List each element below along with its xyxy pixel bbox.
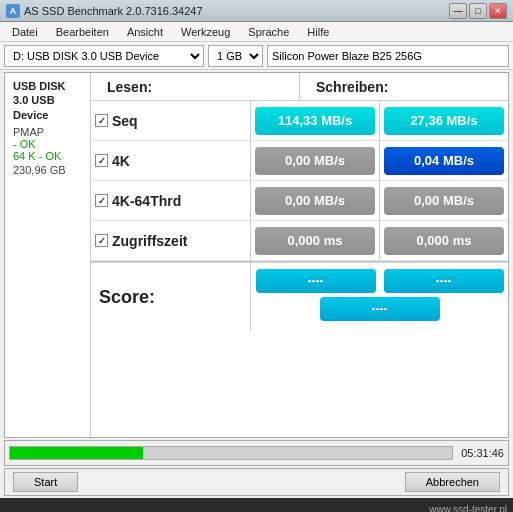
table-row: ✓ Zugriffszeit 0,000 ms 0,000 ms [91, 221, 508, 261]
4k-write-cell: 0,04 MB/s [380, 141, 508, 180]
4k-values: 0,00 MB/s 0,04 MB/s [251, 141, 508, 180]
access-write-value: 0,000 ms [384, 227, 504, 255]
score-row-top: ---- ---- [256, 269, 504, 293]
progress-section: 05:31:46 [4, 440, 509, 466]
main-panel: USB DISK 3.0 USB Device PMAP - OK 64 K -… [4, 72, 509, 438]
device-name-line2: Device [13, 108, 82, 122]
seq-values: 114,33 MB/s 27,36 MB/s [251, 101, 508, 140]
bench-header: Lesen: Schreiben: [91, 73, 508, 101]
score-section: Score: ---- ---- ---- [91, 261, 508, 331]
menu-item-datei[interactable]: Datei [4, 24, 46, 40]
drive-select[interactable]: D: USB DISK 3.0 USB Device [4, 45, 204, 67]
4k64-write-value: 0,00 MB/s [384, 187, 504, 215]
seq-checkbox[interactable]: ✓ [95, 114, 108, 127]
4k64-write-cell: 0,00 MB/s [380, 181, 508, 220]
seq-write-cell: 27,36 MB/s [380, 101, 508, 140]
progress-bar-bg [9, 446, 453, 460]
access-values: 0,000 ms 0,000 ms [251, 221, 508, 260]
access-read-cell: 0,000 ms [251, 221, 380, 260]
device-name-line1: USB DISK 3.0 USB [13, 79, 82, 108]
4k64-label-area: ✓ 4K-64Thrd [91, 181, 251, 220]
status-ok2: 64 K - OK [13, 150, 82, 162]
menu-item-bearbeiten[interactable]: Bearbeiten [48, 24, 117, 40]
access-label-area: ✓ Zugriffszeit [91, 221, 251, 260]
seq-read-value: 114,33 MB/s [255, 107, 375, 135]
watermark: www.ssd-tester.pl [0, 498, 513, 512]
score-label-area: Score: [91, 263, 251, 331]
4k64-values: 0,00 MB/s 0,00 MB/s [251, 181, 508, 220]
app-icon: A [6, 4, 20, 18]
title-bar: A AS SSD Benchmark 2.0.7316.34247 — □ ✕ [0, 0, 513, 22]
menu-bar: DateiBearbeitenAnsichtWerkzeugSpracheHil… [0, 22, 513, 42]
window-controls[interactable]: — □ ✕ [449, 3, 507, 19]
write-header: Schreiben: [300, 73, 508, 101]
watermark-text: www.ssd-tester.pl [429, 504, 507, 513]
4k64-label: 4K-64Thrd [112, 193, 181, 209]
pmap-label: PMAP [13, 126, 82, 138]
4k-checkbox[interactable]: ✓ [95, 154, 108, 167]
score-row-bottom: ---- [320, 297, 440, 321]
progress-bar-fill [10, 447, 143, 459]
4k-label: 4K [112, 153, 130, 169]
access-checkbox[interactable]: ✓ [95, 234, 108, 247]
access-label: Zugriffszeit [112, 233, 187, 249]
size-select[interactable]: 1 GB [208, 45, 263, 67]
score-read-box: ---- [256, 269, 376, 293]
bench-rows: ✓ Seq 114,33 MB/s 27,36 MB/s ✓ 4K [91, 101, 508, 437]
score-values: ---- ---- ---- [251, 263, 508, 331]
4k-write-value: 0,04 MB/s [384, 147, 504, 175]
progress-time: 05:31:46 [461, 447, 504, 459]
maximize-button[interactable]: □ [469, 3, 487, 19]
table-row: ✓ Seq 114,33 MB/s 27,36 MB/s [91, 101, 508, 141]
table-row: ✓ 4K 0,00 MB/s 0,04 MB/s [91, 141, 508, 181]
device-info-label: Silicon Power Blaze B25 256G [267, 45, 509, 67]
toolbar: D: USB DISK 3.0 USB Device 1 GB Silicon … [0, 42, 513, 70]
status-ok1: - OK [13, 138, 82, 150]
table-row: ✓ 4K-64Thrd 0,00 MB/s 0,00 MB/s [91, 181, 508, 221]
menu-item-werkzeug[interactable]: Werkzeug [173, 24, 238, 40]
abort-button[interactable]: Abbrechen [405, 472, 500, 492]
seq-label: Seq [112, 113, 138, 129]
bottom-bar: Start Abbrechen [4, 468, 509, 496]
menu-item-hilfe[interactable]: Hilfe [299, 24, 337, 40]
read-header: Lesen: [91, 73, 300, 101]
start-button[interactable]: Start [13, 472, 78, 492]
menu-item-ansicht[interactable]: Ansicht [119, 24, 171, 40]
right-panel: Lesen: Schreiben: ✓ Seq 114,33 MB/s 27,3… [91, 73, 508, 437]
score-write-box: ---- [384, 269, 504, 293]
4k64-checkbox[interactable]: ✓ [95, 194, 108, 207]
title-bar-left: A AS SSD Benchmark 2.0.7316.34247 [6, 4, 203, 18]
menu-item-sprache[interactable]: Sprache [240, 24, 297, 40]
disk-size: 230,96 GB [13, 164, 82, 176]
4k-read-value: 0,00 MB/s [255, 147, 375, 175]
access-write-cell: 0,000 ms [380, 221, 508, 260]
score-total-box: ---- [320, 297, 440, 321]
4k-read-cell: 0,00 MB/s [251, 141, 380, 180]
4k-label-area: ✓ 4K [91, 141, 251, 180]
4k64-read-value: 0,00 MB/s [255, 187, 375, 215]
access-read-value: 0,000 ms [255, 227, 375, 255]
seq-label-area: ✓ Seq [91, 101, 251, 140]
minimize-button[interactable]: — [449, 3, 467, 19]
score-label: Score: [99, 287, 155, 308]
app-title: AS SSD Benchmark 2.0.7316.34247 [24, 5, 203, 17]
4k64-read-cell: 0,00 MB/s [251, 181, 380, 220]
left-panel: USB DISK 3.0 USB Device PMAP - OK 64 K -… [5, 73, 91, 437]
seq-read-cell: 114,33 MB/s [251, 101, 380, 140]
seq-write-value: 27,36 MB/s [384, 107, 504, 135]
close-button[interactable]: ✕ [489, 3, 507, 19]
